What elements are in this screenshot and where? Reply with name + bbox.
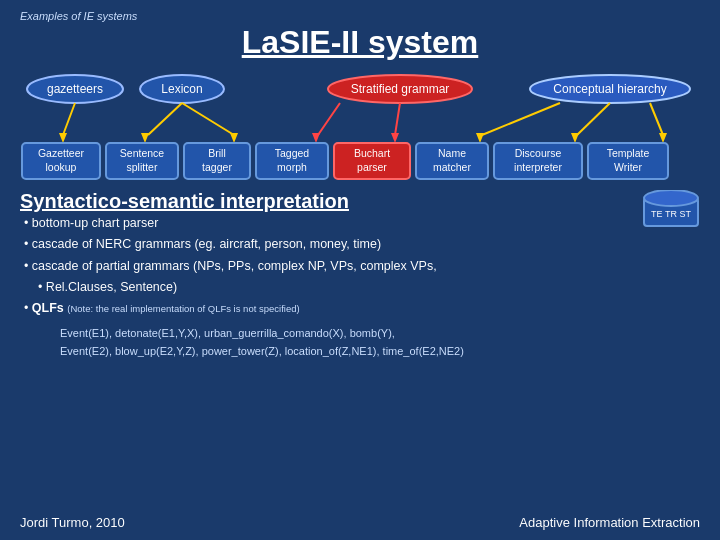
svg-marker-19 xyxy=(476,133,484,143)
svg-text:Lexicon: Lexicon xyxy=(161,82,202,96)
architecture-diagram: gazetteers Lexicon Stratified grammar Co… xyxy=(20,71,700,186)
svg-text:Brill: Brill xyxy=(208,147,226,159)
slide: Examples of IE systems LaSIE-II system g… xyxy=(0,0,720,540)
svg-line-10 xyxy=(148,103,182,135)
bullet-3: cascade of partial grammars (NPs, PPs, c… xyxy=(24,256,630,277)
svg-line-18 xyxy=(482,103,560,135)
qlf-note: (Note: the real implementation of QLFs i… xyxy=(67,303,299,314)
db-icon: TE TR ST xyxy=(642,190,700,228)
svg-text:Stratified grammar: Stratified grammar xyxy=(351,82,450,96)
footer-author: Jordi Turmo, 2010 xyxy=(20,515,125,530)
svg-text:Discourse: Discourse xyxy=(515,147,562,159)
qlf-text: QLFs xyxy=(32,301,64,315)
svg-marker-17 xyxy=(391,133,399,143)
svg-line-16 xyxy=(395,103,400,135)
svg-text:Conceptual hierarchy: Conceptual hierarchy xyxy=(553,82,666,96)
svg-marker-13 xyxy=(230,133,238,143)
bullet-4: Rel.Clauses, Sentence) xyxy=(24,277,630,298)
bullet-1: bottom-up chart parser xyxy=(24,213,630,234)
event-line-1: Event(E1), detonate(E1,Y,X), urban_guerr… xyxy=(60,325,700,343)
synta-title: Syntactico-semantic interpretation xyxy=(20,190,349,212)
svg-text:interpreter: interpreter xyxy=(514,161,562,173)
svg-text:Buchart: Buchart xyxy=(354,147,390,159)
svg-text:splitter: splitter xyxy=(127,161,158,173)
svg-marker-21 xyxy=(571,133,579,143)
svg-text:lookup: lookup xyxy=(46,161,77,173)
svg-text:Name: Name xyxy=(438,147,466,159)
svg-marker-9 xyxy=(59,133,67,143)
svg-line-20 xyxy=(577,103,610,135)
svg-text:matcher: matcher xyxy=(433,161,471,173)
svg-text:TE TR ST: TE TR ST xyxy=(651,209,691,219)
svg-text:parser: parser xyxy=(357,161,387,173)
svg-marker-23 xyxy=(659,133,667,143)
bullet-qlf: QLFs (Note: the real implementation of Q… xyxy=(24,298,630,319)
svg-text:Tagged: Tagged xyxy=(275,147,310,159)
svg-line-22 xyxy=(650,103,663,135)
svg-text:morph: morph xyxy=(277,161,307,173)
svg-line-12 xyxy=(182,103,234,135)
svg-marker-11 xyxy=(141,133,149,143)
svg-line-14 xyxy=(318,103,340,135)
svg-text:Gazetteer: Gazetteer xyxy=(38,147,85,159)
event-line-2: Event(E2), blow_up(E2,Y,Z), power_tower(… xyxy=(60,343,700,361)
svg-text:gazetteers: gazetteers xyxy=(47,82,103,96)
event-text: Event(E1), detonate(E1,Y,X), urban_guerr… xyxy=(60,325,700,360)
footer-topic: Adaptive Information Extraction xyxy=(519,515,700,530)
synta-section: Syntactico-semantic interpretation TE TR… xyxy=(20,190,700,319)
synta-bullets: bottom-up chart parser cascade of NERC g… xyxy=(24,213,630,319)
svg-point-49 xyxy=(644,190,698,206)
svg-text:Sentence: Sentence xyxy=(120,147,165,159)
subtitle: Examples of IE systems xyxy=(20,10,700,22)
svg-text:tagger: tagger xyxy=(202,161,232,173)
svg-text:Writer: Writer xyxy=(614,161,642,173)
svg-text:Template: Template xyxy=(607,147,650,159)
main-title: LaSIE-II system xyxy=(20,24,700,61)
svg-line-8 xyxy=(63,103,75,135)
svg-marker-15 xyxy=(312,133,320,143)
footer: Jordi Turmo, 2010 Adaptive Information E… xyxy=(20,515,700,530)
bullet-2: cascade of NERC grammars (eg. aircraft, … xyxy=(24,234,630,255)
